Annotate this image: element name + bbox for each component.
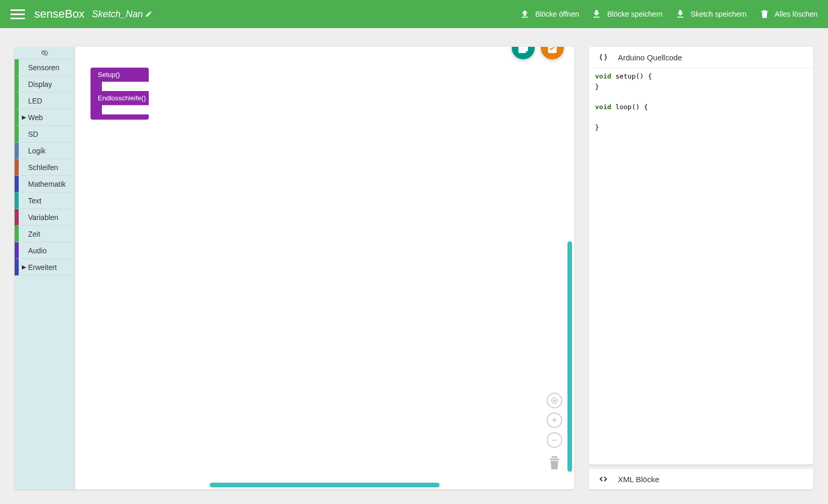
arduino-panel-header[interactable]: Arduino Quellcode: [589, 47, 813, 68]
code-panel: Arduino Quellcode void setup() {} void l…: [589, 47, 813, 489]
sketch-name-label: Sketch_Nan: [92, 9, 143, 20]
hide-toolbox-button[interactable]: [15, 47, 74, 59]
copy-code-button[interactable]: [512, 47, 535, 59]
clipboard-icon: [518, 47, 529, 54]
toolbox-item-text[interactable]: Text: [15, 192, 74, 209]
toolbox-label: Sensoren: [28, 63, 59, 72]
center-button[interactable]: [547, 393, 562, 408]
setup-loop-block[interactable]: Setup() Endlosschleife(): [90, 68, 149, 120]
toolbox-label: Logik: [28, 147, 45, 155]
xml-panel: XML Blöcke: [589, 469, 813, 489]
save-sketch-button[interactable]: Sketch speichern: [675, 9, 746, 19]
toolbox-item-sensoren[interactable]: Sensoren: [15, 59, 74, 76]
toolbox-item-mathematik[interactable]: Mathematik: [15, 176, 74, 192]
toolbox-item-web[interactable]: ▶Web: [15, 109, 74, 126]
save-sketch-label: Sketch speichern: [691, 10, 746, 18]
toolbox-label: SD: [28, 130, 38, 138]
xml-panel-title: XML Blöcke: [618, 475, 659, 484]
sketch-name[interactable]: Sketch_Nan: [92, 9, 152, 20]
toolbox-item-schleifen[interactable]: Schleifen: [15, 159, 74, 176]
header-actions: Blöcke öffnen Blöcke speichern Sketch sp…: [520, 9, 818, 19]
toolbox-item-variablen[interactable]: Variablen: [15, 209, 74, 226]
arduino-code-panel: Arduino Quellcode void setup() {} void l…: [589, 47, 813, 464]
toolbox-label: Web: [28, 113, 43, 122]
target-icon: [550, 396, 559, 405]
code-display: void setup() {} void loop() { }: [589, 68, 813, 464]
save-blocks-button[interactable]: Blöcke speichern: [591, 9, 663, 19]
scrollbar-horizontal[interactable]: [210, 483, 439, 487]
block-loop-label: Endlosschleife(): [90, 91, 149, 105]
zoom-out-button[interactable]: −: [547, 432, 562, 448]
block-setup-label: Setup(): [90, 68, 149, 82]
app-header: senseBox Sketch_Nan Blöcke öffnen Blöcke…: [0, 0, 828, 28]
save-blocks-label: Blöcke speichern: [607, 10, 663, 18]
expand-icon: ▶: [22, 264, 28, 270]
scrollbar-vertical[interactable]: [567, 241, 572, 472]
toolbox: SensorenDisplayLED▶WebSDLogikSchleifenMa…: [15, 47, 75, 489]
canvas-trash[interactable]: [545, 452, 564, 475]
eye-off-icon: [40, 49, 49, 57]
toolbox-label: Zeit: [28, 230, 40, 238]
xml-panel-header[interactable]: XML Blöcke: [589, 469, 813, 489]
arduino-panel-title: Arduino Quellcode: [618, 53, 682, 62]
delete-all-button[interactable]: Alles löschen: [759, 9, 818, 19]
upload-icon: [520, 9, 530, 19]
trash-icon: [759, 9, 770, 19]
toolbox-label: Variablen: [28, 213, 58, 222]
toolbox-label: Text: [28, 197, 42, 205]
toolbox-label: Mathematik: [28, 180, 66, 188]
angle-brackets-icon: [598, 475, 609, 483]
app-logo: senseBox: [34, 7, 85, 21]
open-blocks-button[interactable]: Blöcke öffnen: [520, 9, 579, 19]
toolbox-item-logik[interactable]: Logik: [15, 143, 74, 159]
toolbox-label: Schleifen: [28, 163, 58, 172]
toolbox-item-led[interactable]: LED: [15, 93, 74, 109]
block-canvas[interactable]: Setup() Endlosschleife() + −: [75, 47, 574, 489]
toolbox-label: Display: [28, 80, 52, 88]
workspace: SensorenDisplayLED▶WebSDLogikSchleifenMa…: [15, 47, 574, 489]
menu-icon[interactable]: [10, 7, 25, 21]
toolbox-item-erweitert[interactable]: ▶Erweitert: [15, 259, 74, 276]
toolbox-label: LED: [28, 97, 42, 105]
check-clipboard-icon: [547, 47, 558, 54]
toolbox-label: Erweitert: [28, 263, 57, 272]
braces-icon: [598, 53, 609, 61]
svg-point-1: [554, 400, 555, 402]
zoom-in-button[interactable]: +: [547, 412, 562, 428]
toolbox-item-audio[interactable]: Audio: [15, 242, 74, 259]
delete-all-label: Alles löschen: [775, 10, 818, 18]
download-icon: [591, 9, 602, 19]
trash-icon: [545, 452, 564, 473]
canvas-controls: + −: [545, 393, 564, 475]
edit-icon: [145, 10, 152, 18]
open-blocks-label: Blöcke öffnen: [535, 10, 579, 18]
toolbox-item-display[interactable]: Display: [15, 76, 74, 93]
toolbox-item-zeit[interactable]: Zeit: [15, 226, 74, 242]
toolbox-item-sd[interactable]: SD: [15, 126, 74, 143]
content-area: SensorenDisplayLED▶WebSDLogikSchleifenMa…: [0, 28, 828, 504]
compile-button[interactable]: [541, 47, 564, 59]
download-icon: [675, 9, 685, 19]
expand-icon: ▶: [22, 114, 28, 121]
toolbox-label: Audio: [28, 247, 47, 255]
